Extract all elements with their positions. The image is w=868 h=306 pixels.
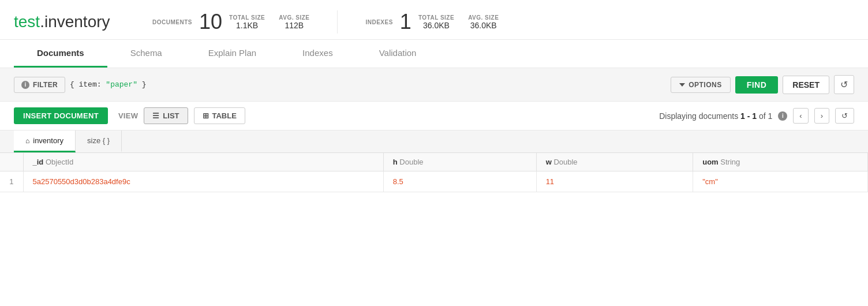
table-tab-size[interactable]: size { } <box>76 130 122 152</box>
tab-indexes[interactable]: Indexes <box>279 40 356 68</box>
displaying-suffix: of 1 <box>757 111 772 121</box>
triangle-icon <box>679 83 685 87</box>
documents-total-size-col: TOTAL SIZE 1.1KB <box>229 14 265 30</box>
options-button[interactable]: OPTIONS <box>671 77 731 93</box>
col-header-h: h Double <box>383 153 536 171</box>
indexes-stat: INDEXES 1 TOTAL SIZE 36.0KB AVG. SIZE 36… <box>365 12 499 32</box>
reset-button[interactable]: RESET <box>783 76 829 94</box>
filter-label: FILTER <box>33 81 58 89</box>
document-pagination-info: Displaying documents 1 - 1 of 1 i ‹ › ↺ <box>659 108 854 124</box>
row-h-value: 8.5 <box>393 177 403 186</box>
db-title: test.inventory <box>14 13 129 31</box>
indexes-label: INDEXES <box>365 19 392 25</box>
displaying-prefix: Displaying documents <box>659 111 740 121</box>
table-label: TABLE <box>212 111 237 120</box>
list-icon: ☰ <box>152 111 159 120</box>
find-button[interactable]: FIND <box>735 76 779 94</box>
row-id-link[interactable]: 5a2570550d3d0b283a4dfe9c <box>33 177 130 186</box>
db-separator: . <box>40 13 44 31</box>
row-w-cell: 11 <box>536 171 693 192</box>
row-h-cell: 8.5 <box>383 171 536 192</box>
prev-page-button[interactable]: ‹ <box>793 108 808 124</box>
indexes-avg-size-col: AVG. SIZE 36.0KB <box>468 14 499 30</box>
row-uom-value: "cm" <box>702 177 718 186</box>
indexes-count: 1 <box>400 12 411 32</box>
indexes-sub-stats: TOTAL SIZE 36.0KB AVG. SIZE 36.0KB <box>418 14 499 30</box>
documents-stat: DOCUMENTS 10 TOTAL SIZE 1.1KB AVG. SIZE … <box>152 12 309 32</box>
indexes-total-size: 36.0KB <box>423 21 450 30</box>
tab-schema[interactable]: Schema <box>107 40 185 68</box>
filter-toolbar: i FILTER { item: "paper" } OPTIONS FIND … <box>0 68 868 102</box>
row-id-cell: 5a2570550d3d0b283a4dfe9c <box>23 171 383 192</box>
displaying-range: 1 - 1 <box>740 111 757 121</box>
db-collection: inventory <box>44 13 110 31</box>
documents-avg-size-label: AVG. SIZE <box>279 14 309 21</box>
documents-total-size: 1.1KB <box>236 21 258 30</box>
table-tab-inventory-label: inventory <box>33 136 63 145</box>
filter-brace-open: { item: <box>70 80 106 89</box>
refresh-results-button[interactable]: ↺ <box>835 108 854 124</box>
list-label: LIST <box>163 111 179 120</box>
insert-document-button[interactable]: INSERT DOCUMENT <box>14 107 108 124</box>
indexes-total-size-label: TOTAL SIZE <box>418 14 454 21</box>
house-icon: ⌂ <box>25 137 29 145</box>
row-num: 1 <box>0 171 23 192</box>
refresh-button[interactable]: ↺ <box>834 75 854 94</box>
documents-avg-size: 112B <box>285 21 304 30</box>
filter-string-value: "paper" <box>106 80 137 89</box>
view-label: VIEW <box>118 111 138 120</box>
document-toolbar: INSERT DOCUMENT VIEW ☰ LIST ⊞ TABLE Disp… <box>0 102 868 130</box>
table-tab-size-label: size { } <box>87 136 110 145</box>
app-header: test.inventory DOCUMENTS 10 TOTAL SIZE 1… <box>0 0 868 40</box>
table-row: 1 5a2570550d3d0b283a4dfe9c 8.5 11 "cm" <box>0 171 868 192</box>
main-tabs: Documents Schema Explain Plan Indexes Va… <box>0 40 868 68</box>
header-divider <box>337 10 338 33</box>
col-header-id: _id ObjectId <box>23 153 383 171</box>
col-header-w: w Double <box>536 153 693 171</box>
tab-validation[interactable]: Validation <box>356 40 440 68</box>
data-table-container: _id ObjectId h Double w Double uom Strin… <box>0 153 868 192</box>
documents-count: 10 <box>199 12 222 32</box>
pagination-info-icon: i <box>778 111 787 121</box>
documents-total-size-label: TOTAL SIZE <box>229 14 265 21</box>
col-header-uom: uom String <box>693 153 868 171</box>
row-w-value: 11 <box>546 177 554 186</box>
tab-documents[interactable]: Documents <box>14 40 107 68</box>
list-view-button[interactable]: ☰ LIST <box>144 107 188 124</box>
documents-sub-stats: TOTAL SIZE 1.1KB AVG. SIZE 112B <box>229 14 309 30</box>
filter-info-icon: i <box>21 81 29 89</box>
table-tabs: ⌂ inventory size { } <box>0 130 868 153</box>
tab-explain-plan[interactable]: Explain Plan <box>185 40 279 68</box>
table-icon: ⊞ <box>203 111 209 120</box>
indexes-avg-size-label: AVG. SIZE <box>468 14 499 21</box>
filter-button[interactable]: i FILTER <box>14 77 65 93</box>
col-header-num <box>0 153 23 171</box>
indexes-avg-size: 36.0KB <box>470 21 497 30</box>
table-view-button[interactable]: ⊞ TABLE <box>194 107 245 124</box>
indexes-total-size-col: TOTAL SIZE 36.0KB <box>418 14 454 30</box>
db-prefix: test <box>14 13 40 31</box>
filter-brace-close: } <box>137 80 147 89</box>
options-label: OPTIONS <box>689 81 722 89</box>
filter-query-display: { item: "paper" } <box>70 80 147 89</box>
data-table: _id ObjectId h Double w Double uom Strin… <box>0 153 868 192</box>
documents-avg-size-col: AVG. SIZE 112B <box>279 14 309 30</box>
row-uom-cell: "cm" <box>693 171 868 192</box>
displaying-text: Displaying documents 1 - 1 of 1 <box>659 111 772 121</box>
next-page-button[interactable]: › <box>814 108 829 124</box>
table-tab-inventory[interactable]: ⌂ inventory <box>14 130 76 152</box>
documents-label: DOCUMENTS <box>152 19 192 25</box>
table-header-row: _id ObjectId h Double w Double uom Strin… <box>0 153 868 171</box>
